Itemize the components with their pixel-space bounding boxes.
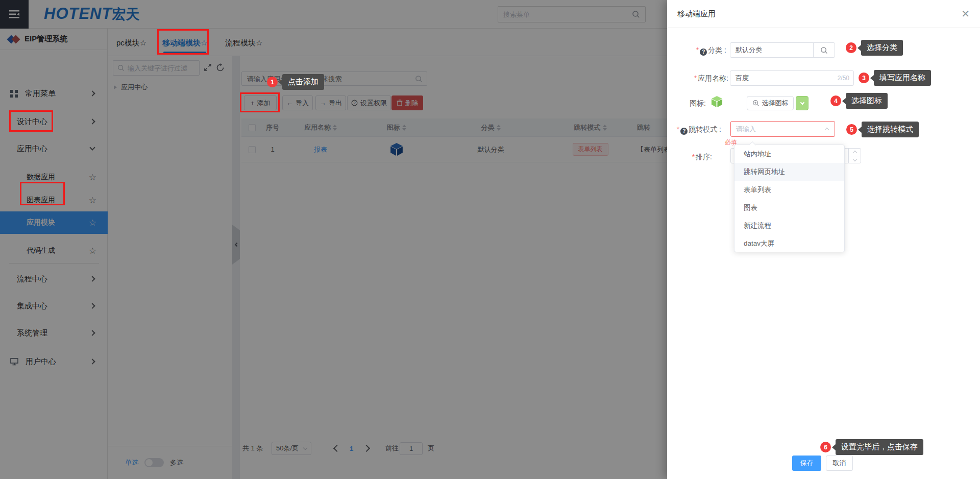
drawer-header: 移动端应用 ✕ [667, 0, 980, 28]
help-icon[interactable]: ? [680, 128, 688, 135]
callout-tooltip: 选择分类 [861, 40, 903, 56]
callout-badge: 4 [830, 95, 841, 106]
callout-arrow [870, 75, 874, 81]
increase-button[interactable] [849, 149, 861, 156]
close-icon[interactable]: ✕ [961, 9, 970, 19]
callout-tooltip: 填写应用名称 [874, 70, 931, 86]
option-new-flow[interactable]: 新建流程 [734, 217, 844, 234]
annotation-box-app-center [9, 110, 53, 132]
category-select[interactable]: 默认分类 [730, 42, 835, 58]
selected-app-icon [711, 95, 723, 108]
callout-badge: 5 [846, 124, 857, 135]
char-counter: 2/50 [838, 75, 853, 82]
annotation-box-app-module [20, 182, 65, 205]
mode-dropdown-panel: 站内地址 跳转网页地址 表单列表 图表 新建流程 datav大屏 [734, 145, 845, 252]
option-datav[interactable]: datav大屏 [734, 234, 844, 252]
callout-2: 2 选择分类 [846, 40, 903, 56]
option-web-url[interactable]: 跳转网页地址 [734, 163, 844, 181]
option-chart[interactable]: 图表 [734, 199, 844, 217]
icon-color-dropdown-button[interactable] [796, 96, 808, 110]
drawer-title: 移动端应用 [677, 9, 716, 19]
callout-badge: 3 [859, 73, 869, 83]
callout-tooltip: 选择跳转模式 [862, 122, 919, 137]
callout-4: 4 选择图标 [830, 93, 888, 109]
mode-select[interactable]: 请输入 [730, 121, 835, 137]
annotation-box-mobile-tab [157, 29, 209, 55]
chevron-down-icon [800, 100, 804, 104]
callout-6: 6 设置完毕后，点击保存 [820, 439, 923, 455]
sort-field-label: *排序: [667, 149, 712, 164]
search-icon [820, 46, 828, 54]
zoom-in-icon [752, 100, 760, 107]
chevron-up-icon [825, 128, 829, 132]
category-field-label: *?分类 : [667, 42, 726, 58]
help-icon[interactable]: ? [700, 49, 707, 56]
callout-arrow [857, 45, 861, 51]
callout-badge: 2 [846, 42, 856, 53]
category-search-button[interactable] [813, 43, 835, 57]
callout-tooltip: 选择图标 [846, 93, 888, 109]
option-form-list[interactable]: 表单列表 [734, 181, 844, 199]
callout-1: 1 点击添加 [267, 74, 324, 90]
callout-badge: 1 [267, 77, 278, 87]
number-spinner [848, 149, 861, 163]
mode-field-label: *?跳转模式 : [667, 122, 721, 137]
icon-field-label: 图标: [667, 96, 706, 110]
callout-3: 3 填写应用名称 [859, 70, 931, 86]
callout-5: 5 选择跳转模式 [846, 122, 919, 137]
callout-arrow [832, 444, 836, 450]
callout-badge: 6 [820, 442, 831, 452]
callout-tooltip: 设置完毕后，点击保存 [836, 439, 923, 455]
callout-arrow [279, 79, 282, 85]
app-name-input[interactable]: 百度 2/50 [730, 70, 854, 86]
callout-arrow [842, 98, 846, 104]
cancel-button[interactable]: 取消 [826, 456, 853, 471]
annotation-box-add-button [240, 92, 280, 112]
callout-arrow [858, 127, 862, 133]
mobile-app-drawer: 移动端应用 ✕ *?分类 : 默认分类 2 选择分类 *应用名称: 百度 2/5… [667, 0, 980, 479]
name-field-label: *应用名称: [667, 70, 728, 86]
callout-tooltip: 点击添加 [282, 74, 324, 90]
guide-dim-overlay [0, 0, 667, 479]
decrease-button[interactable] [849, 156, 861, 163]
save-button[interactable]: 保存 [792, 456, 821, 471]
choose-icon-button[interactable]: 选择图标 [747, 96, 794, 110]
